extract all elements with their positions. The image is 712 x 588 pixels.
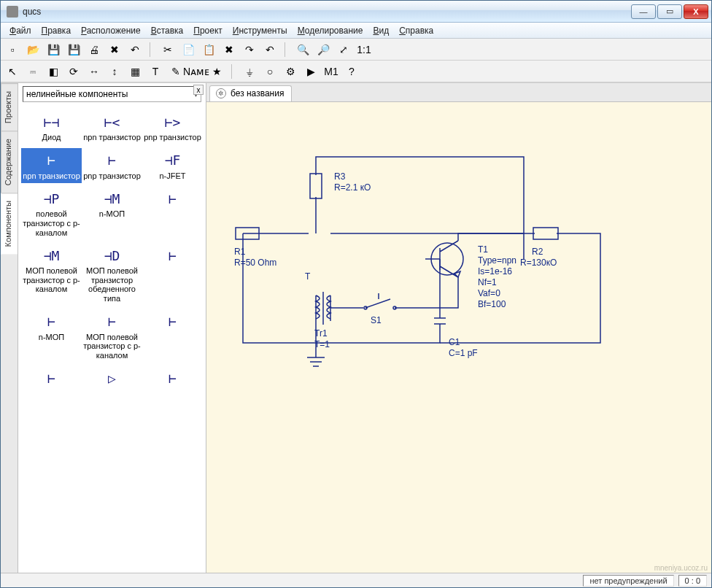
menu-1[interactable]: Правка: [37, 24, 76, 37]
tb2-flip-h-button[interactable]: ↔: [85, 63, 103, 80]
component-symbol-icon: ⊣M: [98, 189, 126, 209]
component-label: npn транзистор: [23, 171, 80, 181]
tb2-fav-button[interactable]: ★: [208, 63, 225, 80]
menu-3[interactable]: Вставка: [147, 24, 188, 37]
tb1-delete-button[interactable]: ✖: [106, 41, 123, 58]
component-grid[interactable]: ⊢⊣Диод⊢<npn транзистор⊢>pnp транзистор⊢n…: [18, 107, 206, 573]
component-ext1[interactable]: ⊢: [21, 366, 82, 392]
component-blank3[interactable]: ⊢: [142, 309, 203, 363]
component-nmos2[interactable]: ⊢n-МОП: [21, 309, 82, 363]
category-select[interactable]: нелинейные компоненты ▾: [23, 86, 201, 102]
palette-close-icon[interactable]: x: [193, 85, 204, 95]
tb2-select-button[interactable]: ↖: [4, 63, 21, 80]
tb1-new-button[interactable]: ▫: [4, 41, 21, 58]
tb1-paste-button[interactable]: 📋: [200, 41, 217, 58]
schematic-canvas[interactable]: R3 R=2.1 кО R1 R=50 Ohm R2 R=130кО T Tr1…: [206, 102, 711, 573]
menu-6[interactable]: Моделирование: [293, 24, 368, 37]
tb1-save-button[interactable]: 💾: [44, 41, 62, 58]
component-symbol-icon: ⊢<: [98, 112, 126, 133]
tb1-undo-button[interactable]: ↶: [126, 41, 144, 58]
component-blank2[interactable]: ⊢: [142, 243, 203, 306]
tb1-open-button[interactable]: 📂: [24, 41, 42, 58]
tb1-saveall-button[interactable]: 💾: [65, 41, 82, 58]
tb1-zoom-1-button[interactable]: 1:1: [355, 41, 373, 58]
component-opamp[interactable]: ▷: [82, 366, 142, 392]
lbl-r2-val: R=130кО: [520, 258, 557, 268]
menubar[interactable]: ФайлПравкаРасположениеВставкаПроектИнстр…: [1, 23, 711, 39]
titlebar[interactable]: qucs — ▭ X: [1, 1, 711, 23]
component-nmos[interactable]: ⊣Mn-МОП: [82, 186, 142, 240]
component-symbol-icon: ⊢⊣: [38, 112, 66, 133]
menu-5[interactable]: Инструменты: [228, 24, 292, 37]
component-ext2[interactable]: ⊢: [142, 366, 203, 392]
tb2-m1-button[interactable]: M1: [322, 63, 340, 80]
tb1-zoom-out-button[interactable]: 🔎: [314, 41, 332, 58]
tb2-ground-button[interactable]: ⏚: [241, 63, 258, 80]
tb1-redo-button[interactable]: ↷: [241, 41, 258, 58]
menu-0[interactable]: Файл: [5, 24, 36, 37]
tb2-on-grid-button[interactable]: ▦: [126, 63, 144, 80]
tb1-print-button[interactable]: 🖨: [85, 41, 103, 58]
component-npn2[interactable]: ⊢npn транзистор: [21, 148, 82, 184]
side-tab-projects[interactable]: Проекты: [1, 83, 18, 131]
app-window: qucs — ▭ X ФайлПравкаРасположениеВставка…: [0, 0, 712, 588]
side-tabs[interactable]: ПроектыСодержаниеКомпоненты: [1, 83, 18, 573]
menu-8[interactable]: Справка: [395, 24, 438, 37]
component-symbol-icon: ⊢: [159, 312, 187, 333]
side-tab-components[interactable]: Компоненты: [1, 193, 18, 254]
component-mos-dep[interactable]: ⊣DМОП полевой транзистор обедненного тип…: [82, 243, 142, 306]
tb2-flip-v-button[interactable]: ↕: [106, 63, 123, 80]
component-diode[interactable]: ⊢⊣Диод: [21, 109, 82, 145]
component-label: npn транзистор: [83, 133, 141, 142]
component-mos-p2[interactable]: ⊢МОП полевой транзистор с p-каналом: [82, 309, 142, 363]
menu-7[interactable]: Вид: [368, 24, 393, 37]
lbl-t1-2: Nf=1: [478, 277, 497, 287]
svg-rect-2: [533, 228, 558, 239]
maximize-button[interactable]: ▭: [657, 4, 682, 19]
menu-4[interactable]: Проект: [189, 24, 227, 37]
close-button[interactable]: X: [684, 4, 708, 19]
tb2-port-button[interactable]: ○: [261, 63, 279, 80]
document-tabs[interactable]: ✲ без названия: [206, 83, 711, 102]
lbl-r3-val: R=2.1 кО: [334, 182, 371, 193]
component-njfet[interactable]: ⊣Fn-JFET: [142, 148, 203, 184]
toolbar-secondary[interactable]: ↖⎓◧⟳↔↕▦T✎Nᴀᴍᴇ★⏚○⚙▶M1?: [1, 61, 711, 82]
tb2-gear-button[interactable]: ⚙: [282, 63, 299, 80]
tb2-wire-button[interactable]: ⎓: [24, 63, 42, 80]
component-symbol-icon: ▷: [98, 369, 126, 390]
svg-rect-0: [310, 174, 322, 198]
component-mos-p[interactable]: ⊣MМОП полевой транзистор с p-каналом: [21, 243, 82, 306]
component-label: n-МОП: [99, 209, 125, 219]
tb1-copy-button[interactable]: 📄: [179, 41, 197, 58]
tb2-move-text-button[interactable]: T: [147, 63, 164, 80]
lbl-tr-pin: T: [305, 271, 310, 282]
toolbar-primary[interactable]: ▫📂💾💾🖨✖↶✂📄📋✖↷↶🔍🔎⤢1:1: [1, 39, 711, 61]
side-tab-content[interactable]: Содержание: [1, 131, 18, 193]
minimize-button[interactable]: —: [631, 4, 656, 19]
doc-tab-active[interactable]: ✲ без названия: [209, 85, 292, 101]
tb2-help-button[interactable]: ?: [343, 63, 360, 80]
component-symbol-icon: ⊣P: [38, 189, 66, 209]
tb1-zoom-in-button[interactable]: 🔍: [294, 41, 312, 58]
tb1-zoom-fit-button[interactable]: ⤢: [335, 41, 352, 58]
tb1-delete2-button[interactable]: ✖: [220, 41, 238, 58]
component-symbol-icon: ⊢: [38, 312, 66, 333]
tb1-cut-button[interactable]: ✂: [159, 41, 177, 58]
tb1-undo2-button[interactable]: ↶: [261, 41, 279, 58]
component-pnp2[interactable]: ⊢pnp транзистор: [82, 148, 142, 184]
tb2-label-button[interactable]: ◧: [44, 63, 62, 80]
component-symbol-icon: ⊢: [38, 151, 66, 171]
tb2-rotate-button[interactable]: ⟳: [65, 63, 82, 80]
component-blank1[interactable]: ⊢: [142, 186, 203, 240]
component-pfet[interactable]: ⊣Pполевой транзистор с p-каналом: [21, 186, 82, 240]
lbl-t1-3: Vaf=0: [478, 288, 500, 298]
lbl-t1-1: Is=1e-16: [478, 266, 512, 276]
tb2-pen-button[interactable]: ✎: [167, 63, 185, 80]
component-npn[interactable]: ⊢<npn транзистор: [82, 109, 142, 145]
tb2-sim-button[interactable]: ▶: [302, 63, 320, 80]
tb2-name-button[interactable]: Nᴀᴍᴇ: [187, 63, 205, 80]
component-pnp[interactable]: ⊢>pnp транзистор: [142, 109, 203, 145]
component-symbol-icon: ⊢: [98, 312, 126, 333]
menu-2[interactable]: Расположение: [77, 24, 145, 37]
component-symbol-icon: ⊢>: [159, 112, 187, 133]
